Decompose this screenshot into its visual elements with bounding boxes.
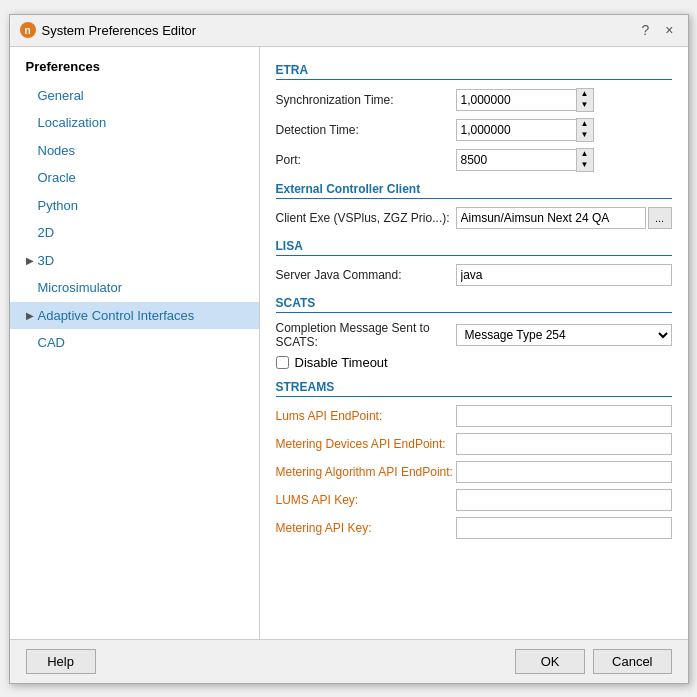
- port-row: Port: ▲ ▼: [276, 148, 672, 172]
- sidebar-item-3d[interactable]: ▶ 3D: [10, 247, 259, 275]
- ext-controller-section-label: External Controller Client: [276, 182, 672, 199]
- metering-devices-label: Metering Devices API EndPoint:: [276, 437, 456, 451]
- detection-time-row: Detection Time: ▲ ▼: [276, 118, 672, 142]
- sidebar: Preferences General Localization Nodes O…: [10, 47, 260, 639]
- port-up-btn[interactable]: ▲: [577, 149, 593, 160]
- completion-dropdown-group: Message Type 254: [456, 324, 672, 346]
- help-button[interactable]: Help: [26, 649, 96, 674]
- sync-time-input[interactable]: [456, 89, 576, 111]
- main-panel: ETRA Synchronization Time: ▲ ▼ Detection…: [260, 47, 688, 639]
- port-spinner-btns: ▲ ▼: [576, 148, 594, 172]
- sidebar-item-cad[interactable]: CAD: [10, 329, 259, 357]
- detection-time-label: Detection Time:: [276, 123, 456, 137]
- etra-section-label: ETRA: [276, 63, 672, 80]
- sidebar-item-general[interactable]: General: [10, 82, 259, 110]
- sync-time-spinner-btns: ▲ ▼: [576, 88, 594, 112]
- sidebar-item-localization[interactable]: Localization: [10, 109, 259, 137]
- port-spinner: ▲ ▼: [456, 148, 594, 172]
- footer-right: OK Cancel: [515, 649, 671, 674]
- footer: Help OK Cancel: [10, 639, 688, 683]
- arrow-icon-adaptive: ▶: [26, 308, 34, 323]
- streams-section-label: STREAMS: [276, 380, 672, 397]
- close-button[interactable]: ×: [661, 20, 677, 40]
- sidebar-header: Preferences: [10, 55, 259, 82]
- completion-message-select[interactable]: Message Type 254: [456, 324, 672, 346]
- port-down-btn[interactable]: ▼: [577, 160, 593, 171]
- window-title: System Preferences Editor: [42, 23, 197, 38]
- ok-button[interactable]: OK: [515, 649, 585, 674]
- metering-algorithm-input[interactable]: [456, 461, 672, 483]
- sync-time-row: Synchronization Time: ▲ ▼: [276, 88, 672, 112]
- sidebar-item-adaptive[interactable]: ▶ Adaptive Control Interfaces: [10, 302, 259, 330]
- metering-api-key-label: Metering API Key:: [276, 521, 456, 535]
- disable-timeout-label: Disable Timeout: [295, 355, 388, 370]
- cancel-button[interactable]: Cancel: [593, 649, 671, 674]
- sidebar-item-microsimulator[interactable]: Microsimulator: [10, 274, 259, 302]
- title-bar-controls: ? ×: [638, 20, 678, 40]
- lums-endpoint-row: Lums API EndPoint:: [276, 405, 672, 427]
- detection-time-input[interactable]: [456, 119, 576, 141]
- browse-button[interactable]: ...: [648, 207, 672, 229]
- content-area: Preferences General Localization Nodes O…: [10, 47, 688, 639]
- server-java-label: Server Java Command:: [276, 268, 456, 282]
- client-exe-row: Client Exe (VSPlus, ZGZ Prio...): ...: [276, 207, 672, 229]
- sync-time-label: Synchronization Time:: [276, 93, 456, 107]
- client-exe-label: Client Exe (VSPlus, ZGZ Prio...):: [276, 211, 456, 225]
- detection-time-spinner-btns: ▲ ▼: [576, 118, 594, 142]
- metering-algorithm-label: Metering Algorithm API EndPoint:: [276, 465, 456, 479]
- server-java-input[interactable]: [456, 264, 672, 286]
- footer-left: Help: [26, 649, 96, 674]
- help-button[interactable]: ?: [638, 20, 654, 40]
- detection-time-up-btn[interactable]: ▲: [577, 119, 593, 130]
- port-label: Port:: [276, 153, 456, 167]
- sidebar-item-adaptive-label: Adaptive Control Interfaces: [38, 306, 195, 326]
- title-bar: n System Preferences Editor ? ×: [10, 15, 688, 47]
- port-input[interactable]: [456, 149, 576, 171]
- metering-api-key-row: Metering API Key:: [276, 517, 672, 539]
- metering-devices-input[interactable]: [456, 433, 672, 455]
- lisa-section-label: LISA: [276, 239, 672, 256]
- metering-devices-row: Metering Devices API EndPoint:: [276, 433, 672, 455]
- title-bar-left: n System Preferences Editor: [20, 22, 197, 38]
- completion-message-row: Completion Message Sent to SCATS: Messag…: [276, 321, 672, 349]
- scats-section-label: SCATS: [276, 296, 672, 313]
- lums-endpoint-label: Lums API EndPoint:: [276, 409, 456, 423]
- lums-endpoint-input[interactable]: [456, 405, 672, 427]
- detection-time-spinner: ▲ ▼: [456, 118, 594, 142]
- sync-time-spinner: ▲ ▼: [456, 88, 594, 112]
- sidebar-item-3d-label: 3D: [38, 251, 55, 271]
- sidebar-item-nodes[interactable]: Nodes: [10, 137, 259, 165]
- sidebar-item-oracle[interactable]: Oracle: [10, 164, 259, 192]
- sidebar-item-2d[interactable]: 2D: [10, 219, 259, 247]
- server-java-row: Server Java Command:: [276, 264, 672, 286]
- sync-time-down-btn[interactable]: ▼: [577, 100, 593, 111]
- detection-time-down-btn[interactable]: ▼: [577, 130, 593, 141]
- metering-algorithm-row: Metering Algorithm API EndPoint:: [276, 461, 672, 483]
- main-window: n System Preferences Editor ? × Preferen…: [9, 14, 689, 684]
- arrow-icon-3d: ▶: [26, 253, 34, 268]
- completion-message-label: Completion Message Sent to SCATS:: [276, 321, 456, 349]
- disable-timeout-checkbox[interactable]: [276, 356, 289, 369]
- metering-api-key-input[interactable]: [456, 517, 672, 539]
- sidebar-item-python[interactable]: Python: [10, 192, 259, 220]
- lums-api-key-input[interactable]: [456, 489, 672, 511]
- lums-api-key-row: LUMS API Key:: [276, 489, 672, 511]
- app-icon: n: [20, 22, 36, 38]
- client-exe-input[interactable]: [456, 207, 646, 229]
- lums-api-key-label: LUMS API Key:: [276, 493, 456, 507]
- disable-timeout-row: Disable Timeout: [276, 355, 672, 370]
- sync-time-up-btn[interactable]: ▲: [577, 89, 593, 100]
